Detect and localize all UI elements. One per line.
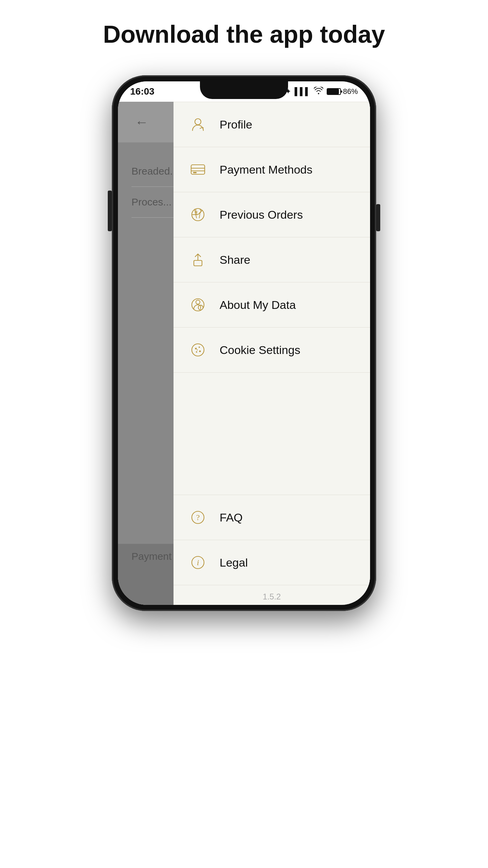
menu-item-profile[interactable]: Profile <box>174 102 370 147</box>
phone-screen: 16:03 ⏰ 📋 💬 ◁ ✦ ▌▌▌ <box>118 81 370 605</box>
menu-spacer <box>174 373 370 495</box>
data-icon <box>187 294 209 316</box>
menu-item-orders[interactable]: Previous Orders <box>174 192 370 237</box>
svg-point-15 <box>196 300 200 304</box>
version-text: 1.5.2 <box>174 585 370 605</box>
menu-item-faq[interactable]: ? FAQ <box>174 495 370 540</box>
svg-point-19 <box>192 344 204 356</box>
battery-percent: 86% <box>343 87 358 96</box>
menu-list: Profile Payment Methods <box>174 102 370 373</box>
svg-rect-2 <box>341 91 342 93</box>
volume-button <box>108 191 112 231</box>
orders-label: Previous Orders <box>220 208 303 221</box>
phone-device: 16:03 ⏰ 📋 💬 ◁ ✦ ▌▌▌ <box>112 75 376 611</box>
status-time: 16:03 <box>130 86 155 97</box>
back-arrow-icon: ← <box>135 115 148 130</box>
faq-icon: ? <box>187 507 209 528</box>
signal-icon: ▌▌▌ <box>294 87 310 96</box>
svg-rect-12 <box>194 260 202 266</box>
svg-point-22 <box>199 351 201 352</box>
bg-item-label-1: Breaded... <box>131 165 178 177</box>
profile-icon <box>187 114 209 135</box>
data-label: About My Data <box>220 298 296 312</box>
footer-menu-list: ? FAQ i Legal <box>174 495 370 585</box>
page-heading: Download the app today <box>103 20 385 48</box>
menu-item-payment[interactable]: Payment Methods <box>174 147 370 192</box>
share-label: Share <box>220 253 250 267</box>
menu-item-share[interactable]: Share <box>174 237 370 282</box>
menu-item-data[interactable]: About My Data <box>174 282 370 328</box>
phone-notch <box>200 81 288 99</box>
svg-point-3 <box>195 119 201 125</box>
menu-item-legal[interactable]: i Legal <box>174 540 370 585</box>
faq-label: FAQ <box>220 511 243 524</box>
bg-back-button: ← <box>131 112 152 132</box>
svg-point-20 <box>195 348 197 350</box>
bg-item-label-2: Proces... <box>131 196 171 208</box>
legal-icon: i <box>187 552 209 573</box>
menu-item-cookies[interactable]: Cookie Settings <box>174 328 370 373</box>
legal-label: Legal <box>220 556 248 569</box>
svg-rect-7 <box>193 172 197 173</box>
svg-point-18 <box>200 305 201 306</box>
svg-rect-1 <box>327 89 339 94</box>
svg-text:?: ? <box>196 513 200 522</box>
battery-icon: 86% <box>327 87 358 96</box>
payment-icon <box>187 159 209 180</box>
side-drawer: Profile Payment Methods <box>174 102 370 605</box>
svg-point-21 <box>199 347 200 348</box>
wifi-icon <box>314 87 323 96</box>
svg-text:i: i <box>197 558 199 567</box>
share-icon <box>187 249 209 271</box>
power-button <box>376 204 380 231</box>
orders-icon <box>187 204 209 225</box>
payment-label: Payment Methods <box>220 163 312 176</box>
svg-point-24 <box>197 350 198 351</box>
cookie-label: Cookie Settings <box>220 343 300 357</box>
profile-label: Profile <box>220 118 252 131</box>
svg-point-23 <box>196 351 197 353</box>
cookie-icon <box>187 339 209 361</box>
